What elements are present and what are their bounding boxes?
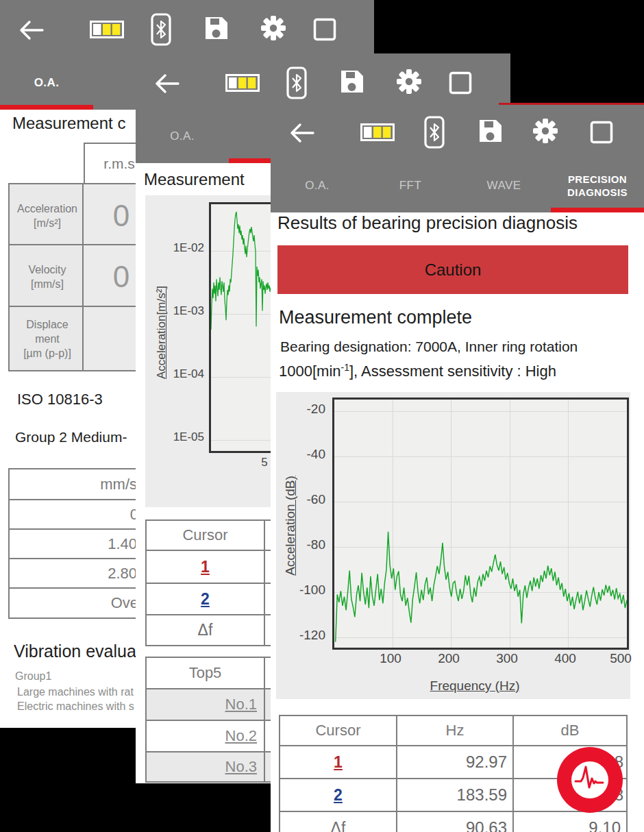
- tab-label: O.A.: [305, 179, 330, 193]
- settings-gear-icon[interactable]: [395, 68, 423, 98]
- save-icon[interactable]: [476, 117, 504, 147]
- y-tick: 1E-04: [145, 367, 204, 381]
- y-tick: -120: [276, 628, 325, 643]
- x-axis-label: Frequency (Hz): [430, 678, 520, 694]
- x-tick: 400: [554, 651, 576, 666]
- cursor-header: Cursor: [147, 521, 264, 550]
- detail-text: 1000[min: [279, 363, 341, 380]
- row-label-velocity: Velocity[mm/s]: [8, 244, 86, 310]
- bearing-detail-line1: Bearing designation: 7000A, Inner ring r…: [280, 339, 578, 355]
- y-tick: -20: [276, 402, 325, 417]
- save-icon[interactable]: [338, 68, 365, 98]
- cursor-2-hz: 183.59: [396, 779, 512, 811]
- threshold-value: 1.40: [10, 530, 141, 558]
- square-window-icon[interactable]: [589, 120, 614, 147]
- top5-no3-link[interactable]: No.3: [147, 753, 264, 781]
- cursor-1-label: 1: [201, 558, 210, 576]
- label-line: [mm/s]: [31, 277, 64, 291]
- save-icon[interactable]: [202, 14, 230, 45]
- tab-oa[interactable]: O.A.: [271, 159, 364, 212]
- cursor-1-hz: 92.97: [396, 746, 512, 778]
- cursor-1-link[interactable]: 1: [280, 746, 396, 778]
- label-line: [µm (p-p)]: [23, 346, 71, 360]
- tab-fft[interactable]: FFT: [364, 159, 457, 212]
- threshold-header: mm/s: [10, 469, 141, 499]
- tab-label: WAVE: [487, 179, 521, 193]
- y-tick: -80: [276, 537, 325, 552]
- bluetooth-phone-icon[interactable]: [286, 66, 307, 102]
- vibration-note: Large machines with rat: [17, 686, 134, 698]
- precision-spectrum-line: [334, 400, 627, 648]
- back-arrow-icon[interactable]: [18, 20, 45, 43]
- page-title: Results of bearing precision diagnosis: [277, 212, 578, 234]
- vibration-evaluation-title: Vibration evalua: [14, 641, 136, 661]
- cursor-2-link[interactable]: 2: [147, 584, 264, 614]
- row-label-displacement: Displacement[µm (p-p)]: [8, 306, 86, 371]
- x-tick: 500: [610, 651, 632, 666]
- precision-plot-area: [332, 397, 629, 650]
- label-line: Displace: [26, 317, 68, 332]
- detail-text: ], Assessment sensitivity : High: [349, 363, 556, 380]
- label-line: Velocity: [28, 262, 66, 277]
- square-window-icon[interactable]: [448, 71, 473, 98]
- tab-wave[interactable]: WAVE: [457, 159, 551, 212]
- tab-bar: O.A. FFT WAVE PRECISION DIAGNOSIS: [271, 159, 644, 212]
- back-arrow-icon[interactable]: [154, 73, 180, 97]
- square-window-icon[interactable]: [312, 17, 337, 45]
- back-arrow-icon[interactable]: [289, 123, 315, 146]
- page-title: Measurement c: [12, 114, 125, 133]
- precision-chart-panel: Acceleration (dB) -20 -40 -60 -80 -100 -…: [276, 392, 630, 699]
- delta-f-db: 9.10: [512, 812, 626, 832]
- tab-precision-diagnosis[interactable]: PRECISION DIAGNOSIS: [551, 159, 644, 212]
- active-tab-underline: [551, 208, 644, 212]
- col-header-db: dB: [512, 716, 626, 745]
- cursor-2-link[interactable]: 2: [280, 779, 396, 811]
- y-tick: -40: [276, 447, 325, 462]
- page-title: Measurement: [144, 170, 245, 189]
- bluetooth-phone-icon[interactable]: [424, 116, 445, 151]
- row-label-acceleration: Acceleration[m/s²]: [8, 183, 86, 248]
- caution-status-banner: Caution: [277, 245, 628, 294]
- threshold-value: 2.80: [10, 559, 141, 587]
- window-precision-diagnosis: O.A. FFT WAVE PRECISION DIAGNOSIS Result…: [271, 103, 644, 832]
- x-tick: 200: [438, 651, 460, 666]
- toolbar: [136, 53, 510, 110]
- label-line: ment: [35, 332, 60, 346]
- tab-label: O.A.: [170, 130, 195, 143]
- status-heading: Measurement complete: [279, 307, 472, 328]
- top5-no2-link[interactable]: No.2: [147, 721, 264, 751]
- col-header-cursor: Cursor: [280, 716, 396, 745]
- delta-f-label: Δf: [280, 812, 396, 832]
- edge-artifact: [499, 103, 644, 105]
- measure-fab-button[interactable]: [557, 747, 623, 813]
- y-tick: -60: [276, 492, 325, 507]
- label-line: Acceleration: [17, 201, 77, 216]
- top5-no1-link[interactable]: No.1: [147, 689, 264, 720]
- toolbar: [271, 103, 644, 159]
- tab-label: PRECISION DIAGNOSIS: [559, 173, 636, 199]
- x-tick: 5: [261, 456, 267, 469]
- battery-icon: [225, 74, 260, 95]
- toolbar: [0, 0, 374, 56]
- settings-gear-icon[interactable]: [532, 117, 559, 147]
- iso-standard-label: ISO 10816-3: [17, 391, 103, 408]
- tab-oa[interactable]: O.A.: [0, 56, 93, 110]
- tab-oa[interactable]: O.A.: [136, 110, 229, 163]
- active-tab-underline: [0, 105, 93, 110]
- tab-label: O.A.: [34, 76, 60, 90]
- screen: O.A. F Measurement c r.m.s. Acceleration…: [0, 0, 644, 832]
- bluetooth-phone-icon[interactable]: [151, 13, 171, 49]
- y-tick: -100: [276, 583, 325, 598]
- tab-label: FFT: [399, 179, 421, 193]
- y-tick: 1E-02: [145, 241, 204, 255]
- vibration-note: Group1: [15, 670, 51, 683]
- cursor-2-label: 2: [334, 786, 343, 805]
- delta-f-label: Δf: [147, 615, 264, 645]
- col-header-hz: Hz: [396, 716, 512, 745]
- settings-gear-icon[interactable]: [260, 14, 287, 45]
- delta-f-hz: 90.63: [396, 812, 512, 832]
- threshold-value: Ove: [10, 589, 141, 617]
- cursor-1-link[interactable]: 1: [147, 551, 264, 583]
- battery-icon: [360, 123, 395, 144]
- y-axis-label: Acceleration[m/s²]: [155, 286, 169, 379]
